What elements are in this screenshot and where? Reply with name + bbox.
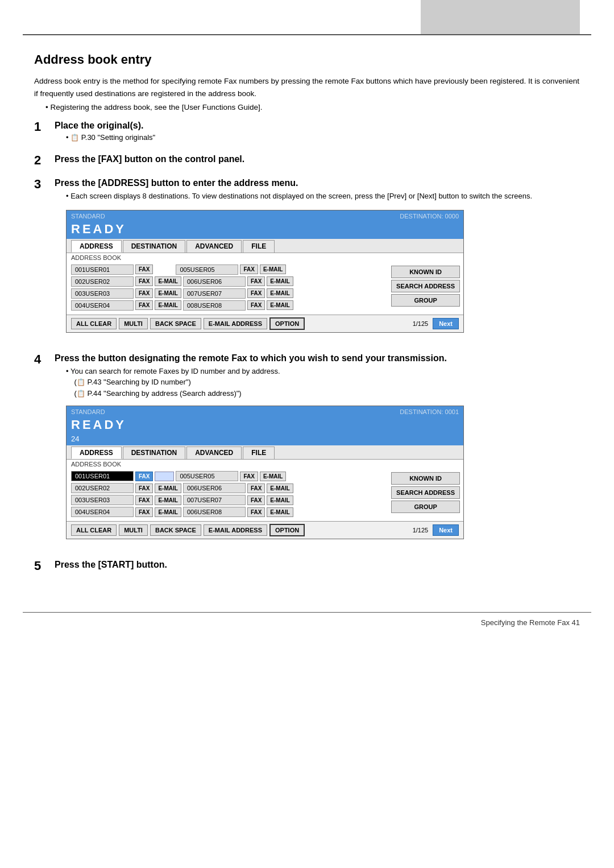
email-btn-002[interactable]: E-MAIL [155,276,181,286]
user-002-s2[interactable]: 002USER02 [71,483,134,493]
fax-btn-001-s2[interactable]: FAX [135,472,153,481]
email-btn-006-s2[interactable]: E-MAIL [267,483,293,493]
search-address-btn[interactable]: SEARCH ADDRESS [391,280,460,292]
table-row: 002USER02 FAX E-MAIL 006USER06 FAX E-MAI… [71,483,383,493]
screen2-left-table: 001USER01 FAX 005USER05 FAX E-MAIL 002US… [67,471,388,519]
user-001-s2[interactable]: 001USER01 [71,471,134,481]
s2-tab-advanced[interactable]: ADVANCED [186,447,242,459]
fax-btn-008[interactable]: FAX [247,300,265,310]
s2-multi-btn[interactable]: MULTI [119,524,148,536]
step-2: 2 Press the [FAX] button on the control … [34,154,580,168]
fax-btn-001[interactable]: FAX [135,264,153,274]
s2-all-clear-btn[interactable]: ALL CLEAR [71,524,117,536]
fax-btn-002[interactable]: FAX [135,276,153,286]
email-btn-004-s2[interactable]: E-MAIL [155,507,181,517]
screen1-header: STANDARD DESTINATION: 0000 [67,210,463,221]
user-006[interactable]: 006USER06 [183,276,246,287]
multi-btn[interactable]: MULTI [119,318,148,329]
table-row: 001USER01 FAX 005USER05 FAX E-MAIL [71,264,383,275]
email-btn-004[interactable]: E-MAIL [155,300,181,310]
tab-destination[interactable]: DESTINATION [123,240,185,253]
screen2-ready: READY [67,416,463,435]
fax-btn-004-s2[interactable]: FAX [135,507,153,517]
step-1-num: 1 [34,119,55,134]
fax-btn-003-s2[interactable]: FAX [135,495,153,505]
email-btn-003-s2[interactable]: E-MAIL [155,495,181,505]
s2-email-address-btn[interactable]: E-MAIL ADDRESS [204,524,267,536]
s2-address-book-label: ADDRESS BOOK [67,460,463,469]
tab-address[interactable]: ADDRESS [71,240,122,253]
page-num: 1/125 [413,320,429,327]
step-3: 3 Press the [ADDRESS] button to enter th… [34,178,580,343]
email-btn-007-s2[interactable]: E-MAIL [267,495,293,505]
user-003-s2[interactable]: 003USER03 [71,495,134,505]
email-btn-007[interactable]: E-MAIL [267,288,293,298]
email-btn-003[interactable]: E-MAIL [155,288,181,298]
user-001[interactable]: 001USER01 [71,264,134,275]
step-3-note: Each screen displays 8 destinations. To … [66,191,580,202]
screen2-ready-sub: 24 [67,435,463,445]
user-007-s2[interactable]: 007USER07 [183,495,246,505]
page-footer: Specifying the Remote Fax 41 [0,613,614,633]
s2-tab-address[interactable]: ADDRESS [71,447,122,459]
table-row: 003USER03 FAX E-MAIL 007USER07 FAX E-MAI… [71,288,383,299]
step-5-title: Press the [START] button. [55,560,580,570]
s2-next-btn[interactable]: Next [433,524,459,536]
s2-known-id-btn[interactable]: KNOWN ID [391,472,460,485]
fax-btn-003[interactable]: FAX [135,288,153,298]
step-4: 4 Press the button designating the remot… [34,353,580,550]
user-003[interactable]: 003USER03 [71,288,134,299]
tab-file[interactable]: FILE [243,240,275,253]
screen-2: STANDARD DESTINATION: 0001 READY 24 ADDR… [66,406,464,539]
screen2-tabs: ADDRESS DESTINATION ADVANCED FILE [67,445,463,460]
user-005-s2[interactable]: 005USER05 [176,471,238,481]
email-btn-008-s2[interactable]: E-MAIL [267,507,293,517]
user-004[interactable]: 004USER04 [71,300,134,311]
section-title: Address book entry [34,52,580,67]
screen1-left-table: 001USER01 FAX 005USER05 FAX E-MAIL 002US… [67,264,388,312]
user-004-s2[interactable]: 004USER04 [71,507,134,517]
user-007[interactable]: 007USER07 [183,288,246,299]
next-btn[interactable]: Next [433,318,459,329]
email-btn-006[interactable]: E-MAIL [267,276,293,286]
address-book-label: ADDRESS BOOK [67,253,463,262]
all-clear-btn[interactable]: ALL CLEAR [71,318,117,329]
tab-advanced[interactable]: ADVANCED [186,240,242,253]
fax-btn-005[interactable]: FAX [240,264,258,274]
fax-btn-006-s2[interactable]: FAX [247,483,265,493]
s2-option-btn[interactable]: OPTION [269,524,305,536]
user-008-s2[interactable]: 006USER08 [183,507,246,517]
screen2-destination: DESTINATION: 0001 [400,408,459,415]
fax-btn-004[interactable]: FAX [135,300,153,310]
option-btn[interactable]: OPTION [269,317,305,330]
group-btn[interactable]: GROUP [391,294,460,307]
fax-btn-008-s2[interactable]: FAX [247,507,265,517]
s2-group-btn[interactable]: GROUP [391,501,460,513]
fax-btn-007-s2[interactable]: FAX [247,495,265,505]
email-address-btn[interactable]: E-MAIL ADDRESS [204,318,267,329]
fax-btn-007[interactable]: FAX [247,288,265,298]
fax-btn-006[interactable]: FAX [247,276,265,286]
email-btn-005[interactable]: E-MAIL [260,264,286,274]
email-btn-002-s2[interactable]: E-MAIL [155,483,181,493]
user-002[interactable]: 002USER02 [71,276,134,287]
known-id-btn[interactable]: KNOWN ID [391,266,460,278]
intro-text: Address book entry is the method for spe… [34,75,580,100]
back-space-btn[interactable]: BACK SPACE [150,318,201,329]
step-2-num: 2 [34,153,55,168]
s2-page-num: 1/125 [413,527,429,534]
table-row: 001USER01 FAX 005USER05 FAX E-MAIL [71,471,383,481]
fax-btn-002-s2[interactable]: FAX [135,483,153,493]
email-btn-008[interactable]: E-MAIL [267,300,293,310]
s2-tab-destination[interactable]: DESTINATION [123,447,185,459]
fax-btn-005-s2[interactable]: FAX [240,472,258,481]
email-btn-005-s2[interactable]: E-MAIL [260,472,286,481]
user-006-s2[interactable]: 006USER06 [183,483,246,493]
user-005[interactable]: 005USER05 [176,264,238,275]
screen1-body: 001USER01 FAX 005USER05 FAX E-MAIL 002US… [67,262,463,315]
s2-search-address-btn[interactable]: SEARCH ADDRESS [391,486,460,499]
book-icon-2: 📋 [77,377,85,387]
user-008[interactable]: 008USER08 [183,300,246,311]
s2-back-space-btn[interactable]: BACK SPACE [150,524,201,536]
s2-tab-file[interactable]: FILE [243,447,275,459]
